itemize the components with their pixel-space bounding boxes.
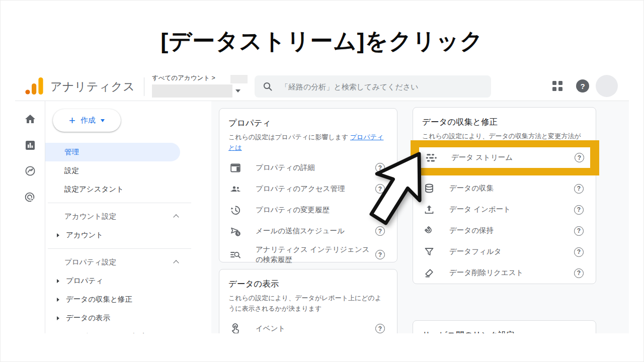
expand-arrow-icon [57, 279, 59, 283]
sidebar-item-admin[interactable]: 管理 [45, 143, 180, 161]
search-input[interactable] [281, 82, 483, 91]
slide-title: [データストリーム]をクリック [0, 26, 644, 56]
help-icon[interactable]: ? [574, 184, 584, 194]
sidebar-item-product-links[interactable]: サービス間のリンク設定 [45, 327, 211, 333]
help-icon[interactable]: ? [375, 324, 385, 333]
sidebar-divider [48, 248, 191, 249]
item-data-import[interactable]: データ インポート ? [422, 199, 587, 220]
sidebar-item-label: 設定 [64, 166, 79, 175]
google-apps-grid-icon[interactable] [552, 81, 562, 91]
item-scheduled-emails[interactable]: メールの送信スケジュール ? [228, 221, 388, 242]
ga-admin-screenshot: アナリティクス すべてのアカウント > ? [15, 71, 629, 333]
item-data-collection[interactable]: データの収集 ? [422, 178, 587, 199]
sidebar-item-settings[interactable]: 設定 [45, 161, 211, 180]
section-label: プロパティ設定 [64, 257, 116, 267]
item-data-filters[interactable]: データフィルタ ? [422, 241, 587, 262]
tutorial-slide: [データストリーム]をクリック アナリティクス すべてのアカウント > [0, 0, 644, 362]
data-display-card: データの表示 これらの設定により、データがレポート上にどのように表示されるかが決… [219, 269, 397, 333]
create-button[interactable]: + 作成 [53, 109, 121, 132]
upload-icon [423, 204, 435, 216]
help-icon[interactable]: ? [375, 205, 385, 215]
advertising-icon[interactable] [24, 192, 36, 204]
admin-sidebar: + 作成 管理 設定 設定アシスタント アカウント設定 [45, 101, 211, 333]
explore-icon[interactable] [24, 165, 36, 177]
redacted-property-name [152, 84, 232, 98]
sidebar-item-label: データの表示 [66, 313, 110, 323]
sidebar-item-label: 管理 [64, 147, 79, 157]
item-analytics-intelligence-history[interactable]: アナリティクス インテリジェンスの検索履歴 ? [228, 242, 388, 268]
product-name: アナリティクス [50, 79, 135, 95]
app-header: アナリティクス すべてのアカウント > ? [15, 71, 629, 101]
header-divider [144, 77, 144, 96]
help-icon[interactable]: ? [574, 247, 584, 257]
account-switcher[interactable]: すべてのアカウント > [152, 74, 253, 99]
item-label: メールの送信スケジュール [256, 226, 375, 236]
data-collection-card: データの収集と修正 これらの設定により、データの収集方法と変更方法が決まります [413, 107, 596, 284]
item-label: プロパティのアクセス管理 [256, 184, 375, 194]
schedule-send-icon [229, 225, 242, 237]
home-icon[interactable] [24, 113, 36, 125]
reports-icon[interactable] [24, 139, 36, 151]
user-avatar[interactable] [596, 75, 618, 97]
help-icon[interactable]: ? [576, 79, 589, 93]
item-label: アナリティクス インテリジェンスの検索履歴 [256, 245, 375, 264]
chevron-up-icon [173, 260, 179, 265]
plus-icon: + [69, 115, 75, 126]
item-label: データ ストリーム [451, 153, 575, 162]
item-label: データ削除リクエスト [449, 268, 574, 278]
help-icon[interactable]: ? [574, 268, 584, 278]
card-title: データの収集と修正 [422, 117, 587, 128]
chevron-down-icon [101, 119, 105, 122]
item-property-change-history[interactable]: プロパティの変更履歴 ? [228, 200, 388, 221]
help-icon[interactable]: ? [574, 205, 584, 215]
item-label: イベント [256, 324, 375, 333]
chevron-up-icon [173, 214, 179, 220]
create-button-label: 作成 [80, 116, 96, 125]
help-icon[interactable]: ? [375, 226, 385, 236]
card-subtitle-text: これらの設定はプロパティに影響します [228, 133, 350, 141]
sidebar-nav-list: 管理 設定 設定アシスタント アカウント設定 アカウント [45, 143, 211, 333]
history-icon [229, 204, 242, 216]
sidebar-section-account-settings[interactable]: アカウント設定 [45, 207, 211, 226]
help-icon[interactable]: ? [575, 153, 584, 162]
sidebar-item-label: サービス間のリンク設定 [66, 332, 147, 333]
item-data-retention[interactable]: データの保持 ? [422, 220, 587, 241]
highlight-annotation: データ ストリーム ? [411, 140, 599, 175]
expand-arrow-icon [57, 316, 59, 320]
admin-main-area: プロパティ これらの設定はプロパティに影響します プロパティとは プロパティの詳… [211, 101, 629, 333]
database-icon [423, 183, 435, 195]
item-data-deletion-requests[interactable]: データ削除リクエスト ? [422, 262, 587, 284]
item-label: プロパティの変更履歴 [256, 205, 375, 215]
expand-arrow-icon [57, 233, 59, 237]
item-label: データ インポート [449, 205, 574, 215]
card-subtitle: これらの設定はプロパティに影響します プロパティとは [228, 132, 388, 153]
data-streams-icon [425, 152, 437, 164]
item-property-access[interactable]: プロパティのアクセス管理 ? [228, 178, 388, 200]
manage-search-icon [229, 249, 242, 261]
sidebar-item-data-collection[interactable]: データの収集と修正 [45, 290, 211, 309]
sidebar-item-account[interactable]: アカウント [45, 226, 211, 244]
item-label: データの保持 [449, 226, 574, 236]
help-icon[interactable]: ? [574, 226, 584, 236]
sidebar-section-property-settings[interactable]: プロパティ設定 [45, 253, 211, 272]
left-icon-rail [15, 101, 45, 333]
card-title: データの表示 [228, 279, 388, 290]
search-bar[interactable] [255, 75, 491, 98]
help-icon[interactable]: ? [375, 250, 385, 259]
sidebar-item-setup-assistant[interactable]: 設定アシスタント [45, 180, 211, 199]
sidebar-item-label: プロパティ [66, 276, 103, 286]
item-label: データフィルタ [449, 247, 574, 257]
eraser-icon [423, 267, 435, 279]
chevron-down-icon [235, 89, 240, 93]
sidebar-item-property[interactable]: プロパティ [45, 272, 211, 290]
help-icon[interactable]: ? [375, 184, 385, 194]
help-icon[interactable]: ? [375, 163, 385, 172]
sidebar-item-data-display[interactable]: データの表示 [45, 309, 211, 327]
product-links-card: サービス間のリンク設定 これらの設定により、このプロパティにリンクするサービスが… [413, 320, 596, 333]
item-data-streams[interactable]: データ ストリーム ? [419, 147, 590, 168]
card-title: サービス間のリンク設定 [422, 330, 587, 333]
touch-app-icon [229, 323, 242, 333]
item-events[interactable]: イベント ? [228, 318, 388, 333]
item-property-details[interactable]: プロパティの詳細 ? [228, 157, 388, 178]
property-card: プロパティ これらの設定はプロパティに影響します プロパティとは プロパティの詳… [219, 108, 397, 262]
